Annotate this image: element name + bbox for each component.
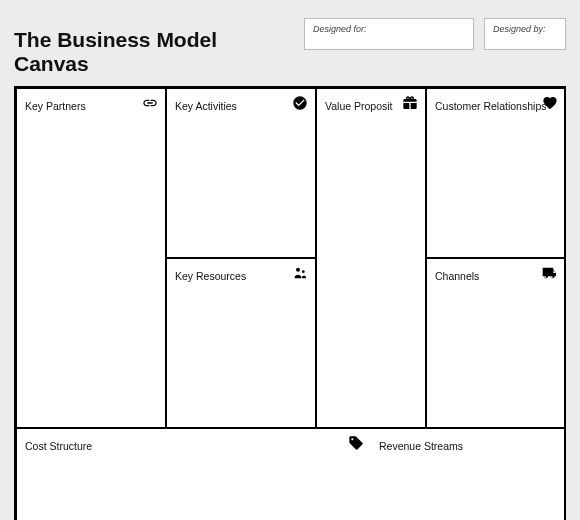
cell-value-proposition[interactable]: Value Proposit [316,88,426,428]
check-circle-icon [292,95,308,111]
designed-by-box[interactable]: Designed by: [484,18,566,50]
cell-label: Value Proposit [325,100,393,112]
cell-label: Cost Structure [25,440,92,452]
business-model-canvas: The Business Model Canvas Designed for: … [0,0,580,520]
cell-label: Channels [435,270,479,282]
designed-for-box[interactable]: Designed for: [304,18,474,50]
cell-label: Key Resources [175,270,246,282]
truck-icon [542,265,558,281]
designed-by-label: Designed by: [493,24,546,34]
cell-customer-relationships[interactable]: Customer Relationships [426,88,566,258]
cell-key-resources[interactable]: Key Resources [166,258,316,428]
cell-channels[interactable]: Channels [426,258,566,428]
cell-key-partners[interactable]: Key Partners [16,88,166,428]
cell-label: Revenue Streams [379,440,463,452]
designed-for-label: Designed for: [313,24,367,34]
page-title: The Business Model Canvas [14,18,294,76]
header: The Business Model Canvas Designed for: … [14,18,566,76]
cell-label: Customer Relationships [435,100,546,112]
cell-label: Key Partners [25,100,86,112]
link-icon [142,95,158,111]
factory-icon [292,265,308,281]
cell-key-activities[interactable]: Key Activities [166,88,316,258]
cell-revenue-streams[interactable]: Revenue Streams [316,428,566,520]
cell-label: Key Activities [175,100,237,112]
gift-icon [402,95,418,111]
canvas-grid: Key Partners Key Activities Key Resource… [14,86,566,520]
heart-icon [542,95,558,111]
cell-cost-structure[interactable]: Cost Structure [16,428,316,520]
